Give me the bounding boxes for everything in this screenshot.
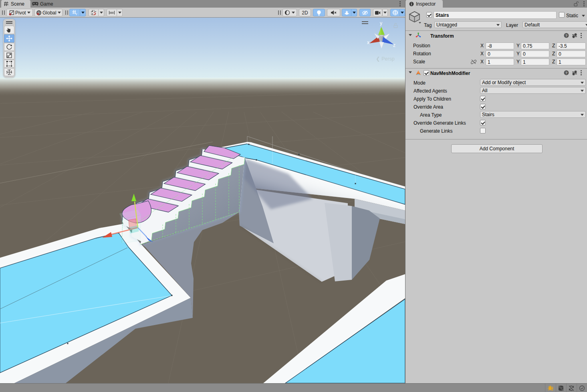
svg-text:Y: Y <box>75 13 77 16</box>
svg-text:z: z <box>393 42 395 48</box>
svg-text:y: y <box>380 20 382 26</box>
svg-text:?: ? <box>565 34 568 38</box>
svg-text:❮ Persp: ❮ Persp <box>376 56 395 62</box>
svg-text:x: x <box>367 40 369 45</box>
svg-text:?: ? <box>565 71 568 75</box>
